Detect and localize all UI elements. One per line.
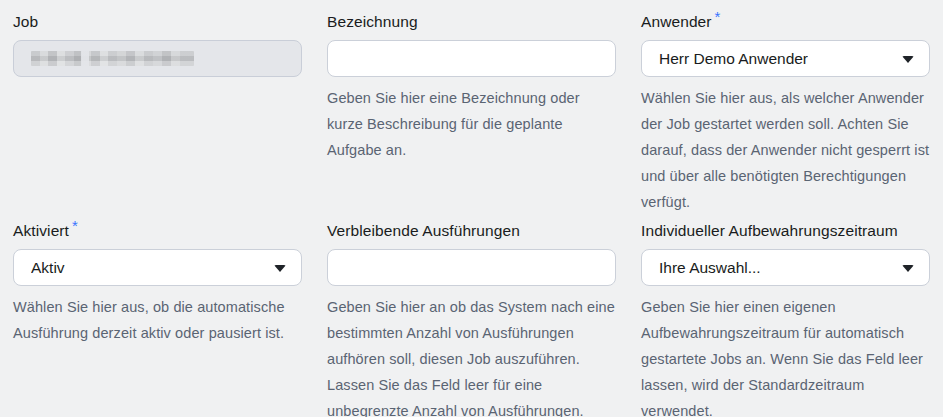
- job-redacted-value: [31, 51, 194, 66]
- anwender-label-text: Anwender: [641, 13, 712, 30]
- anwender-select[interactable]: Herr Demo Anwender: [641, 40, 930, 77]
- field-aktiviert: Aktiviert* Aktiv Wählen Sie hier aus, ob…: [13, 221, 302, 417]
- aktiviert-help-text: Wählen Sie hier aus, ob die automatische…: [13, 294, 302, 346]
- verbleibende-ausfuehrungen-help-text: Geben Sie hier an ob das System nach ein…: [327, 294, 616, 417]
- aktiviert-select[interactable]: Aktiv: [13, 249, 302, 286]
- field-job: Job: [13, 12, 302, 215]
- bezeichnung-label: Bezeichnung: [327, 12, 616, 32]
- chevron-down-icon: [902, 56, 914, 63]
- aufbewahrungszeitraum-help-text: Geben Sie hier einen eigenen Aufbewahrun…: [641, 294, 930, 417]
- aufbewahrungszeitraum-select[interactable]: Ihre Auswahl...: [641, 249, 930, 286]
- aktiviert-selected-value: Aktiv: [31, 259, 65, 277]
- aktiviert-label: Aktiviert*: [13, 221, 302, 241]
- chevron-down-icon: [274, 265, 286, 272]
- chevron-down-icon: [902, 265, 914, 272]
- required-asterisk: *: [715, 8, 721, 25]
- aufbewahrungszeitraum-selected-value: Ihre Auswahl...: [659, 259, 761, 277]
- anwender-selected-value: Herr Demo Anwender: [659, 50, 808, 68]
- field-verbleibende-ausfuehrungen: Verbleibende Ausführungen Geben Sie hier…: [327, 221, 616, 417]
- required-asterisk: *: [72, 217, 78, 234]
- anwender-help-text: Wählen Sie hier aus, als welcher Anwende…: [641, 85, 930, 215]
- field-anwender: Anwender* Herr Demo Anwender Wählen Sie …: [641, 12, 930, 215]
- job-readonly-input: [13, 40, 302, 77]
- field-aufbewahrungszeitraum: Individueller Aufbewahrungszeitraum Ihre…: [641, 221, 930, 417]
- bezeichnung-help-text: Geben Sie hier eine Bezeichnung oder kur…: [327, 85, 616, 163]
- bezeichnung-input[interactable]: [327, 40, 616, 77]
- field-bezeichnung: Bezeichnung Geben Sie hier eine Bezeichn…: [327, 12, 616, 215]
- aufbewahrungszeitraum-label: Individueller Aufbewahrungszeitraum: [641, 221, 930, 241]
- job-settings-form: Job Bezeichnung Geben Sie hier eine Beze…: [0, 0, 943, 417]
- job-label: Job: [13, 12, 302, 32]
- verbleibende-ausfuehrungen-input[interactable]: [327, 249, 616, 286]
- anwender-label: Anwender*: [641, 12, 930, 32]
- aktiviert-label-text: Aktiviert: [13, 222, 69, 239]
- verbleibende-ausfuehrungen-label: Verbleibende Ausführungen: [327, 221, 616, 241]
